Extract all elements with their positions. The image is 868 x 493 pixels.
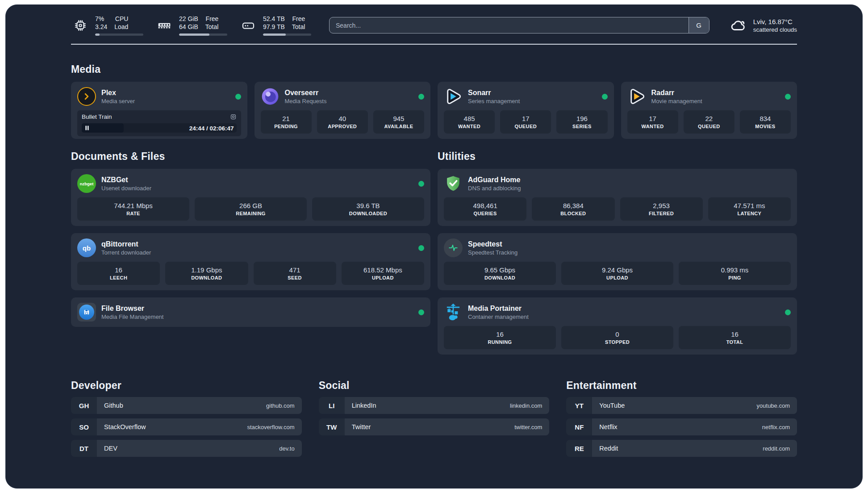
app-card-filebrowser[interactable]: File Browser Media File Management <box>71 297 430 327</box>
stat-series: 196 SERIES <box>556 110 607 134</box>
stat-available: 945 AVAILABLE <box>373 110 424 134</box>
search-bar: G <box>329 17 709 33</box>
app-card-adguard[interactable]: AdGuard Home DNS and adblocking 498,461 … <box>438 169 797 226</box>
app-name: NZBGet <box>101 176 151 184</box>
app-name: Plex <box>101 89 135 97</box>
stat-wanted: 485 WANTED <box>444 110 495 134</box>
app-card-portainer[interactable]: Media Portainer Container management 16 … <box>438 297 797 355</box>
stat-downloaded: 39.6 TB DOWNLOADED <box>312 197 424 221</box>
link-name: Twitter <box>352 423 371 430</box>
app-card-overseerr[interactable]: Overseerr Media Requests 21 PENDING 40 A… <box>255 82 431 139</box>
memory-total: 64 GiB <box>179 23 198 31</box>
stat-running: 16 RUNNING <box>444 326 556 349</box>
app-desc: DNS and adblocking <box>468 185 521 192</box>
session-settings-icon[interactable] <box>230 113 237 120</box>
app-card-speedtest[interactable]: Speedtest Speedtest Tracking 9.65 Gbps D… <box>438 233 797 290</box>
memory-stat: 22 GiB 64 GiB Free Total <box>155 15 227 36</box>
stat-seed: 471 SEED <box>254 262 336 285</box>
link-linkedin[interactable]: LI LinkedIn linkedin.com <box>319 397 550 414</box>
memory-free: 22 GiB <box>179 15 198 23</box>
header-divider <box>71 44 797 45</box>
cpu-stat: 7% 3.24 CPU Load <box>71 15 143 36</box>
app-desc: Series management <box>468 98 520 104</box>
link-youtube[interactable]: YT YouTube youtube.com <box>566 397 797 414</box>
app-card-qbittorrent[interactable]: qb qBittorrent Torrent downloader 16 LEE… <box>71 233 430 290</box>
stat-movies: 834 MOVIES <box>740 110 791 134</box>
link-abbr: SO <box>71 418 97 435</box>
status-dot <box>785 94 791 100</box>
link-dev[interactable]: DT DEV dev.to <box>71 440 302 457</box>
app-desc: Movie management <box>651 98 702 104</box>
app-name: File Browser <box>101 305 163 313</box>
app-card-radarr[interactable]: Radarr Movie management 17 WANTED 22 QUE… <box>621 82 797 139</box>
filebrowser-icon <box>77 303 96 322</box>
stat-download: 9.65 Gbps DOWNLOAD <box>444 262 556 285</box>
status-dot <box>418 94 424 100</box>
stat-latency: 47.571 ms LATENCY <box>708 197 791 221</box>
link-twitter[interactable]: TW Twitter twitter.com <box>319 418 550 435</box>
link-domain: twitter.com <box>514 424 542 430</box>
sonarr-icon <box>444 87 463 106</box>
link-name: Github <box>104 402 123 409</box>
stat-queued: 17 QUEUED <box>500 110 551 134</box>
top-bar: 7% 3.24 CPU Load <box>71 15 797 36</box>
storage-stat: 52.4 TB 97.9 TB Free Total <box>239 15 311 36</box>
search-input[interactable] <box>329 17 709 33</box>
link-name: YouTube <box>599 402 625 409</box>
stat-total: 16 TOTAL <box>679 326 791 349</box>
storage-total: 97.9 TB <box>263 23 285 31</box>
status-dot <box>418 245 424 251</box>
link-reddit[interactable]: RE Reddit reddit.com <box>566 440 797 457</box>
cpu-icon <box>71 16 90 35</box>
app-card-plex[interactable]: Plex Media server Bullet Train <box>71 82 247 139</box>
qbittorrent-icon: qb <box>77 238 96 257</box>
link-abbr: LI <box>319 397 345 414</box>
adguard-icon <box>444 174 463 193</box>
link-domain: github.com <box>266 402 295 409</box>
link-domain: linkedin.com <box>510 402 542 409</box>
stat-wanted: 17 WANTED <box>627 110 678 134</box>
stat-filtered: 2,953 FILTERED <box>620 197 703 221</box>
app-desc: Media File Management <box>101 313 163 320</box>
app-card-nzbget[interactable]: nzbget NZBGet Usenet downloader 744.21 M… <box>71 169 430 226</box>
section-title-media: Media <box>71 63 797 75</box>
stat-queries: 498,461 QUERIES <box>444 197 526 221</box>
link-abbr: RE <box>566 440 592 457</box>
search-engine-button[interactable]: G <box>689 17 709 33</box>
link-github[interactable]: GH Github github.com <box>71 397 302 414</box>
link-netflix[interactable]: NF Netflix netflix.com <box>566 418 797 435</box>
storage-free-label: Free <box>292 15 305 23</box>
section-title-developer: Developer <box>71 380 302 392</box>
link-domain: youtube.com <box>757 402 790 409</box>
app-name: AdGuard Home <box>468 176 521 184</box>
storage-progress <box>263 33 311 36</box>
portainer-icon <box>444 303 463 322</box>
memory-icon <box>155 16 174 35</box>
app-desc: Container management <box>468 313 529 320</box>
speedtest-icon <box>444 238 463 257</box>
link-name: StackOverflow <box>104 423 146 430</box>
app-card-sonarr[interactable]: Sonarr Series management 485 WANTED 17 Q… <box>438 82 614 139</box>
app-desc: Media server <box>101 98 135 104</box>
now-playing-time: 24:44 / 02:06:47 <box>189 125 234 131</box>
radarr-icon <box>627 87 646 106</box>
app-desc: Media Requests <box>285 98 327 104</box>
overseerr-icon <box>261 87 280 106</box>
weather-widget: Lviv, 16.87°C scattered clouds <box>729 16 797 35</box>
app-desc: Speedtest Tracking <box>468 249 517 256</box>
system-stats: 7% 3.24 CPU Load <box>71 15 311 36</box>
link-domain: stackoverflow.com <box>247 424 294 430</box>
status-dot <box>418 309 424 315</box>
link-stackoverflow[interactable]: SO StackOverflow stackoverflow.com <box>71 418 302 435</box>
app-name: qBittorrent <box>101 240 151 248</box>
app-name: Speedtest <box>468 240 517 248</box>
section-title-documents: Documents & Files <box>71 150 430 163</box>
stat-rate: 744.21 Mbps RATE <box>77 197 189 221</box>
app-name: Radarr <box>651 89 702 97</box>
storage-icon <box>239 16 258 35</box>
status-dot <box>602 94 608 100</box>
app-name: Sonarr <box>468 89 520 97</box>
stat-upload: 9.24 Gbps UPLOAD <box>561 262 673 285</box>
link-domain: netflix.com <box>762 424 790 430</box>
link-abbr: DT <box>71 440 97 457</box>
